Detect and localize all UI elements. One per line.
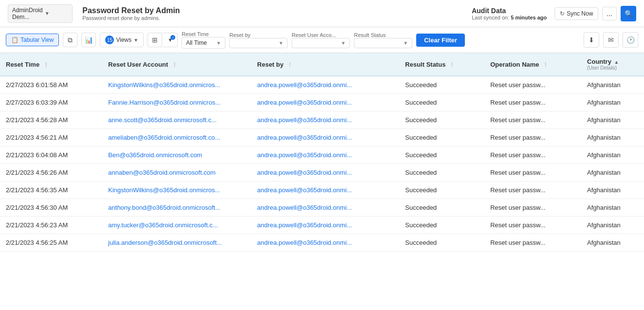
email-icon: ✉ bbox=[608, 36, 614, 44]
filter-button[interactable]: ⊞ bbox=[147, 33, 162, 47]
table-icon: 📋 bbox=[11, 36, 18, 43]
table-cell: Afghanistan bbox=[581, 217, 644, 234]
status-select[interactable]: ▼ bbox=[354, 38, 412, 48]
filter-icon: ⊞ bbox=[152, 36, 158, 44]
status-label: Result Status bbox=[354, 32, 411, 38]
account-filter: Reset User Acco... ▼ bbox=[292, 32, 350, 48]
search-icon: 🔍 bbox=[625, 10, 633, 18]
audit-sync-info: Last synced on: 5 minutes ago bbox=[472, 15, 547, 20]
copy-button[interactable]: ⧉ bbox=[63, 33, 77, 47]
email-button[interactable]: ✉ bbox=[603, 32, 619, 48]
reset-by-arrow-icon: ▼ bbox=[278, 40, 283, 46]
table-cell: amy.tucker@o365droid.onmicrosoft.c... bbox=[102, 217, 251, 234]
table-cell: 2/21/2023 4:56:23 AM bbox=[0, 217, 102, 234]
table-cell: Reset user passw... bbox=[484, 234, 581, 252]
table-row: 2/21/2023 4:56:21 AMameliaben@o365droid.… bbox=[0, 129, 644, 146]
table-cell: Succeeded bbox=[399, 164, 484, 182]
table-cell: Reset user passw... bbox=[484, 182, 581, 199]
table-cell: Reset user passw... bbox=[484, 76, 581, 94]
reset-time-label: Reset Time bbox=[182, 31, 224, 37]
account-select[interactable]: ▼ bbox=[292, 38, 350, 48]
col-menu-result-status[interactable]: ⋮ bbox=[449, 62, 455, 68]
reset-time-select[interactable]: All Time ▼ bbox=[182, 37, 225, 49]
col-result-status: Result Status ⋮ bbox=[399, 53, 484, 76]
table-cell: ameliaben@o365droid.onmicrosoft.co... bbox=[102, 129, 251, 146]
org-selector[interactable]: AdminDroid Dem... ▼ bbox=[8, 4, 73, 23]
views-chevron-icon: ▼ bbox=[133, 37, 138, 43]
col-menu-operation[interactable]: ⋮ bbox=[543, 62, 548, 68]
table-cell: 2/21/2023 4:56:26 AM bbox=[0, 164, 102, 182]
schedule-button[interactable]: 🕐 bbox=[623, 32, 638, 48]
header-actions: ↻ Sync Now ... 🔍 bbox=[554, 6, 636, 21]
sync-btn-label: Sync Now bbox=[567, 10, 593, 17]
col-menu-reset-time[interactable]: ⋮ bbox=[43, 62, 49, 68]
table-cell: Afghanistan bbox=[581, 94, 644, 111]
table-cell: andrea.powell@o365droid.onmi... bbox=[251, 199, 399, 217]
status-filter: Result Status ▼ bbox=[354, 32, 412, 48]
col-menu-reset-user[interactable]: ⋮ bbox=[172, 62, 177, 68]
views-button[interactable]: 15 Views ▼ bbox=[100, 33, 144, 47]
table-cell: 2/21/2023 6:04:08 AM bbox=[0, 146, 102, 164]
views-count-badge: 15 bbox=[105, 36, 114, 44]
table-cell: andrea.powell@o365droid.onmi... bbox=[251, 217, 399, 234]
sync-label: Last synced on: bbox=[472, 15, 509, 20]
table-cell: Succeeded bbox=[399, 94, 484, 111]
filter-alert-button[interactable]: ▼ ! bbox=[163, 33, 178, 47]
table-cell: Reset user passw... bbox=[484, 199, 581, 217]
table-cell: anne.scott@o365droid.onmicrosoft.c... bbox=[102, 111, 251, 129]
table-cell: Reset user passw... bbox=[484, 94, 581, 111]
views-label: Views bbox=[116, 36, 131, 43]
copy-icon: ⧉ bbox=[68, 36, 73, 44]
table-cell: Fannie.Harrison@o365droid.onmicros... bbox=[102, 94, 251, 111]
data-table-container: Reset Time ⋮ Reset User Account ⋮ Reset … bbox=[0, 53, 644, 252]
table-cell: KingstonWilkins@o365droid.onmicros... bbox=[102, 182, 251, 199]
search-button[interactable]: 🔍 bbox=[621, 6, 636, 21]
table-row: 2/21/2023 4:56:23 AMamy.tucker@o365droid… bbox=[0, 217, 644, 234]
table-cell: Succeeded bbox=[399, 217, 484, 234]
table-cell: Afghanistan bbox=[581, 199, 644, 217]
table-cell: Succeeded bbox=[399, 146, 484, 164]
page-title-section: Password Reset by Admin Password reset d… bbox=[82, 6, 472, 21]
table-row: 2/21/2023 4:56:35 AMKingstonWilkins@o365… bbox=[0, 182, 644, 199]
table-cell: Reset user passw... bbox=[484, 111, 581, 129]
table-cell: Succeeded bbox=[399, 76, 484, 94]
table-row: 2/21/2023 4:56:25 AMjulia.anderson@o365d… bbox=[0, 234, 644, 252]
schedule-icon: 🕐 bbox=[626, 36, 635, 44]
table-row: 2/21/2023 4:56:30 AManthony.bond@o365dro… bbox=[0, 199, 644, 217]
table-cell: 2/21/2023 4:56:30 AM bbox=[0, 199, 102, 217]
tabular-view-tab[interactable]: 📋 Tabular View bbox=[6, 34, 59, 46]
table-cell: Succeeded bbox=[399, 111, 484, 129]
table-cell: 2/21/2023 4:56:28 AM bbox=[0, 111, 102, 129]
table-cell: Afghanistan bbox=[581, 129, 644, 146]
table-row: 2/21/2023 4:56:26 AMannaben@o365droid.on… bbox=[0, 164, 644, 182]
filter-group: ⊞ ▼ ! bbox=[147, 33, 178, 47]
sync-icon: ↻ bbox=[560, 10, 565, 17]
table-row: 2/27/2023 6:01:58 AMKingstonWilkins@o365… bbox=[0, 76, 644, 94]
chart-button[interactable]: 📊 bbox=[81, 33, 96, 47]
reset-by-select[interactable]: ▼ bbox=[229, 38, 288, 48]
reset-by-label: Reset by bbox=[229, 32, 287, 38]
col-menu-reset-by[interactable]: ⋮ bbox=[287, 62, 293, 68]
table-cell: anthony.bond@o365droid.onmicrosoft... bbox=[102, 199, 251, 217]
table-cell: Afghanistan bbox=[581, 146, 644, 164]
table-cell: 2/21/2023 4:56:35 AM bbox=[0, 182, 102, 199]
table-cell: Ben@o365droid.onmicrosoft.com bbox=[102, 146, 251, 164]
download-icon: ⬇ bbox=[589, 36, 594, 44]
reset-time-value: All Time bbox=[186, 39, 207, 46]
table-cell: andrea.powell@o365droid.onmi... bbox=[251, 76, 399, 94]
col-reset-time: Reset Time ⋮ bbox=[0, 53, 102, 76]
reset-time-filter: Reset Time All Time ▼ bbox=[182, 31, 225, 49]
clear-filter-button[interactable]: Clear Filter bbox=[416, 34, 465, 47]
filter-alert-badge: ! bbox=[170, 35, 175, 40]
table-header-row: Reset Time ⋮ Reset User Account ⋮ Reset … bbox=[0, 53, 644, 76]
page-title: Password Reset by Admin bbox=[82, 6, 472, 15]
table-cell: Succeeded bbox=[399, 234, 484, 252]
account-label: Reset User Acco... bbox=[292, 32, 349, 38]
table-cell: Afghanistan bbox=[581, 111, 644, 129]
download-button[interactable]: ⬇ bbox=[584, 32, 599, 48]
table-cell: Succeeded bbox=[399, 182, 484, 199]
more-options-button[interactable]: ... bbox=[602, 7, 617, 20]
sync-now-button[interactable]: ↻ Sync Now bbox=[554, 7, 598, 20]
sort-icon-country: ▲ bbox=[614, 59, 619, 65]
table-cell: Succeeded bbox=[399, 129, 484, 146]
